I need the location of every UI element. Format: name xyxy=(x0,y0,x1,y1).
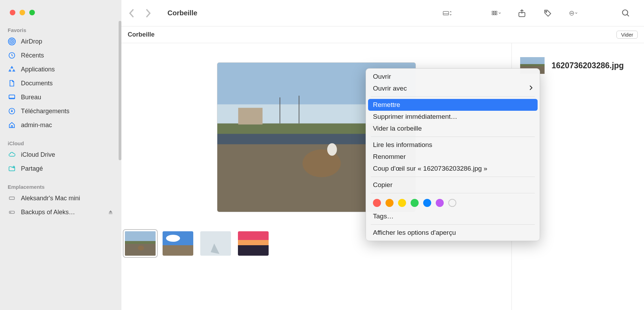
sidebar-item-icloud-drive[interactable]: iCloud Drive xyxy=(0,148,121,162)
svg-rect-45 xyxy=(520,57,545,65)
svg-rect-11 xyxy=(492,11,493,13)
svg-point-18 xyxy=(546,11,547,12)
svg-point-22 xyxy=(572,13,573,13)
sidebar-label: Applications xyxy=(21,66,55,73)
nav-forward-button[interactable] xyxy=(141,6,155,20)
thumbnail-3[interactable] xyxy=(200,231,231,256)
svg-point-20 xyxy=(571,13,572,13)
tag-color-red[interactable] xyxy=(373,199,381,207)
group-button[interactable] xyxy=(489,6,503,20)
eject-icon[interactable] xyxy=(107,208,114,216)
share-button[interactable] xyxy=(515,6,529,20)
tag-color-purple[interactable] xyxy=(436,199,444,207)
thumbnail-2[interactable] xyxy=(163,231,193,256)
tag-color-none[interactable] xyxy=(448,199,456,207)
sidebar-label: Aleksandr's Mac mini xyxy=(21,195,80,202)
menu-separator xyxy=(371,193,535,193)
svg-point-30 xyxy=(327,143,337,156)
tag-color-blue[interactable] xyxy=(423,199,431,207)
thumbnail-strip xyxy=(121,231,269,256)
menu-separator xyxy=(371,224,535,225)
sidebar-scrollbar[interactable] xyxy=(119,21,121,160)
sidebar-item-home[interactable]: admin-mac xyxy=(0,118,121,132)
chevron-right-icon xyxy=(529,85,533,92)
svg-rect-15 xyxy=(494,13,495,15)
menu-get-info[interactable]: Lire les informations xyxy=(366,139,540,151)
menu-open-with[interactable]: Ouvrir avec xyxy=(366,83,540,94)
house-icon xyxy=(8,121,16,129)
apps-icon xyxy=(8,65,16,73)
svg-rect-10 xyxy=(443,11,449,15)
svg-point-6 xyxy=(13,166,15,168)
path-title: Corbeille xyxy=(128,31,155,38)
svg-point-1 xyxy=(10,39,14,44)
svg-rect-16 xyxy=(496,13,497,15)
menu-empty-trash[interactable]: Vider la corbeille xyxy=(366,123,540,134)
desktop-icon xyxy=(8,93,16,101)
menu-tag-colors xyxy=(366,195,540,210)
doc-icon xyxy=(8,79,16,87)
tag-color-orange[interactable] xyxy=(385,199,394,207)
menu-delete-now[interactable]: Supprimer immédiatement… xyxy=(366,111,540,123)
tag-button[interactable] xyxy=(541,6,555,20)
svg-point-21 xyxy=(571,13,571,13)
tag-color-green[interactable] xyxy=(411,199,419,207)
sidebar: Favoris AirDrop Récents Applications Doc… xyxy=(0,0,121,310)
sidebar-label: Téléchargements xyxy=(21,108,69,115)
sidebar-item-documents[interactable]: Documents xyxy=(0,76,121,90)
sidebar-item-shared[interactable]: Partagé xyxy=(0,162,121,176)
svg-rect-12 xyxy=(494,11,495,13)
tag-color-yellow[interactable] xyxy=(398,199,406,207)
svg-rect-31 xyxy=(238,108,263,125)
nav-back-button[interactable] xyxy=(125,6,139,20)
svg-point-0 xyxy=(11,40,13,42)
thumbnail-4[interactable] xyxy=(238,231,269,256)
context-menu: Ouvrir Ouvrir avec Remettre Supprimer im… xyxy=(366,68,540,241)
svg-point-9 xyxy=(10,212,11,212)
view-mode-button[interactable] xyxy=(440,6,454,20)
maximize-button[interactable] xyxy=(29,10,35,15)
more-button[interactable] xyxy=(567,6,581,20)
svg-rect-44 xyxy=(238,245,269,256)
download-icon xyxy=(8,107,16,115)
menu-preview-options[interactable]: Afficher les options d'aperçu xyxy=(366,227,540,239)
thumbnail-1[interactable] xyxy=(125,231,156,256)
search-button[interactable] xyxy=(619,6,633,20)
sidebar-item-backups[interactable]: Backups of Aleks… xyxy=(0,205,121,219)
menu-open[interactable]: Ouvrir xyxy=(366,71,540,83)
window-controls xyxy=(0,10,121,15)
cloud-icon xyxy=(8,150,16,159)
sidebar-label: Backups of Aleks… xyxy=(21,209,75,216)
menu-tags[interactable]: Tags… xyxy=(366,210,540,222)
sidebar-item-applications[interactable]: Applications xyxy=(0,62,121,76)
computer-icon xyxy=(8,194,16,202)
menu-quick-look[interactable]: Coup d'œil sur « 1620736203286.jpg » xyxy=(366,163,540,175)
sidebar-item-recents[interactable]: Récents xyxy=(0,48,121,62)
sidebar-label: AirDrop xyxy=(21,38,42,45)
svg-rect-13 xyxy=(496,11,497,13)
section-locations: Emplacements xyxy=(0,180,121,191)
sidebar-label: Partagé xyxy=(21,165,43,172)
menu-copy[interactable]: Copier xyxy=(366,179,540,191)
clock-icon xyxy=(8,51,16,60)
minimize-button[interactable] xyxy=(20,10,25,15)
sidebar-item-downloads[interactable]: Téléchargements xyxy=(0,104,121,118)
empty-trash-button[interactable]: Vider xyxy=(616,31,638,39)
sidebar-label: admin-mac xyxy=(21,122,52,129)
close-button[interactable] xyxy=(10,10,15,15)
svg-point-37 xyxy=(138,246,144,250)
menu-rename[interactable]: Renommer xyxy=(366,151,540,163)
menu-put-back[interactable]: Remettre xyxy=(368,99,538,111)
svg-point-40 xyxy=(166,235,180,242)
sidebar-item-airdrop[interactable]: AirDrop xyxy=(0,34,121,48)
svg-rect-43 xyxy=(238,240,269,245)
sidebar-label: iCloud Drive xyxy=(21,151,55,158)
sidebar-label: Récents xyxy=(21,52,44,59)
toolbar: Corbeille xyxy=(121,0,644,26)
window-title: Corbeille xyxy=(167,9,197,17)
sidebar-item-desktop[interactable]: Bureau xyxy=(0,90,121,104)
svg-point-23 xyxy=(622,10,628,15)
svg-rect-14 xyxy=(492,13,493,15)
svg-rect-34 xyxy=(125,231,156,242)
sidebar-item-mac[interactable]: Aleksandr's Mac mini xyxy=(0,191,121,205)
